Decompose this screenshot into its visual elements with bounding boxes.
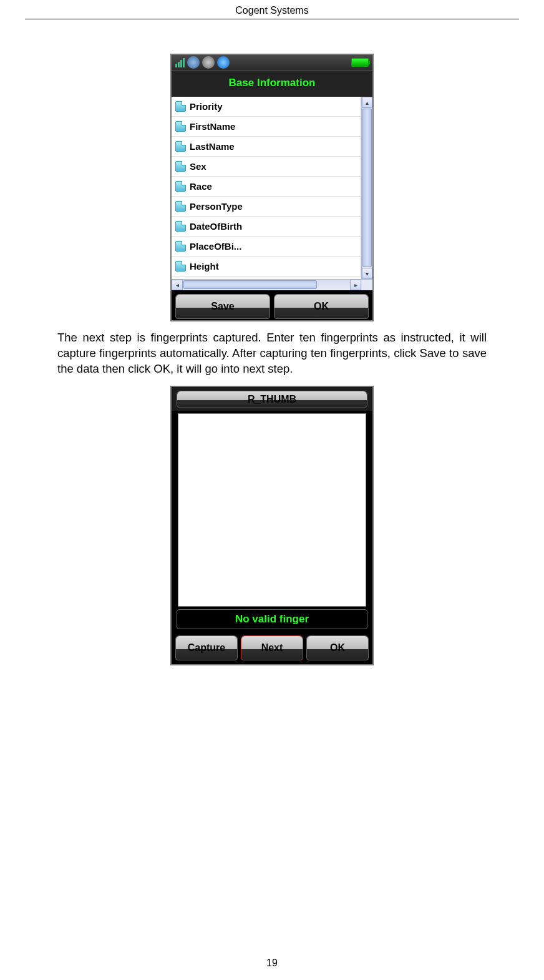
list-item[interactable]: PersonType bbox=[172, 197, 361, 217]
field-label: Priority bbox=[190, 101, 223, 112]
figure-fingerprint-capture: R_THUMB No valid finger Capture Next OK bbox=[57, 386, 487, 665]
scrollbar-thumb[interactable] bbox=[183, 280, 317, 289]
antenna-icon bbox=[202, 56, 215, 69]
globe-icon bbox=[187, 56, 200, 69]
field-label: DateOfBirth bbox=[190, 221, 242, 232]
scroll-up-icon[interactable]: ▴ bbox=[362, 97, 372, 108]
instruction-paragraph: The next step is fingerprints captured. … bbox=[57, 330, 487, 377]
list-item[interactable]: Height bbox=[172, 257, 361, 277]
list-item[interactable]: Race bbox=[172, 177, 361, 197]
field-label: Sex bbox=[190, 161, 206, 172]
field-label: LastName bbox=[190, 141, 235, 152]
list-item[interactable]: Sex bbox=[172, 157, 361, 177]
capture-button[interactable]: Capture bbox=[175, 635, 238, 660]
screen-title: Base Information bbox=[172, 71, 372, 97]
next-button[interactable]: Next bbox=[241, 635, 303, 660]
page-header-title: Cogent Systems bbox=[25, 0, 519, 19]
field-label: PersonType bbox=[190, 201, 243, 212]
document-icon bbox=[175, 241, 186, 252]
ok-button[interactable]: OK bbox=[306, 635, 369, 660]
document-icon bbox=[175, 181, 186, 192]
status-message: No valid finger bbox=[177, 609, 367, 629]
scroll-left-icon[interactable]: ◂ bbox=[172, 280, 183, 290]
list-item[interactable]: PlaceOfBi... bbox=[172, 237, 361, 257]
field-label: FirstName bbox=[190, 121, 235, 132]
document-icon bbox=[175, 121, 186, 132]
ok-button[interactable]: OK bbox=[274, 294, 369, 319]
signal-icon bbox=[175, 58, 185, 67]
finger-title: R_THUMB bbox=[177, 391, 367, 408]
list-item[interactable]: DateOfBirth bbox=[172, 217, 361, 237]
battery-icon bbox=[351, 58, 369, 67]
device-base-info: Base Information Priority FirstName Last… bbox=[170, 54, 374, 321]
document-icon bbox=[175, 221, 186, 232]
scrollbar-corner bbox=[361, 280, 372, 290]
list-item[interactable]: Priority bbox=[172, 97, 361, 117]
field-label: Height bbox=[190, 261, 219, 272]
scrollbar-thumb[interactable] bbox=[362, 109, 372, 267]
list-item[interactable]: LastName bbox=[172, 137, 361, 157]
vertical-scrollbar[interactable]: ▴ ▾ bbox=[361, 97, 372, 279]
document-icon bbox=[175, 141, 186, 152]
horizontal-scrollbar[interactable]: ◂ ▸ bbox=[172, 279, 372, 290]
status-bar bbox=[172, 55, 372, 71]
document-icon bbox=[175, 161, 186, 172]
fingerprint-preview bbox=[178, 413, 366, 607]
scroll-right-icon[interactable]: ▸ bbox=[350, 280, 361, 290]
field-label: PlaceOfBi... bbox=[190, 241, 241, 252]
device-fingerprint: R_THUMB No valid finger Capture Next OK bbox=[170, 386, 374, 665]
document-icon bbox=[175, 261, 186, 272]
page-number: 19 bbox=[0, 958, 544, 969]
figure-base-information: Base Information Priority FirstName Last… bbox=[57, 54, 487, 321]
document-icon bbox=[175, 101, 186, 112]
bluetooth-icon bbox=[217, 56, 230, 69]
scroll-down-icon[interactable]: ▾ bbox=[362, 268, 372, 279]
field-label: Race bbox=[190, 181, 212, 192]
save-button[interactable]: Save bbox=[175, 294, 270, 319]
list-item[interactable]: FirstName bbox=[172, 117, 361, 137]
document-icon bbox=[175, 201, 186, 212]
